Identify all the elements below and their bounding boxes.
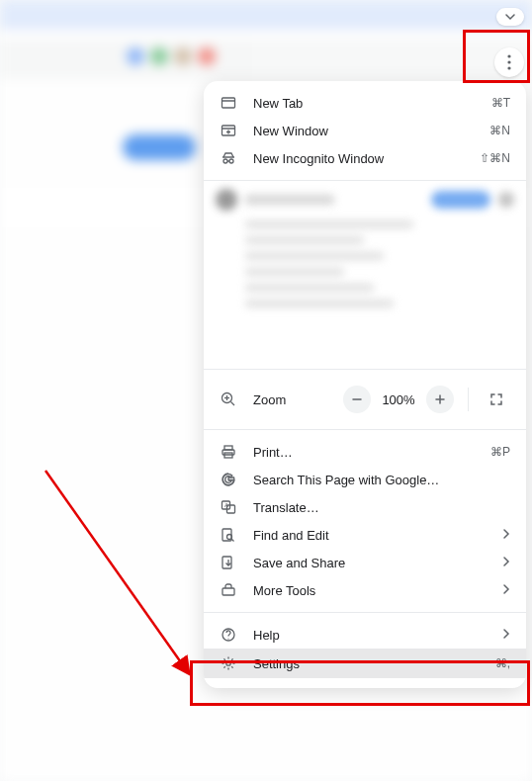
menu-label: More Tools — [253, 583, 502, 598]
menu-item-save-share[interactable]: Save and Share — [204, 549, 526, 576]
zoom-out-button[interactable] — [343, 386, 371, 413]
chrome-main-menu: New Tab ⌘T New Window ⌘N New Incognito W… — [204, 81, 526, 688]
menu-label: New Incognito Window — [253, 151, 480, 166]
chevron-right-icon — [502, 582, 510, 598]
more-tools-icon — [220, 582, 237, 598]
menu-label: New Window — [253, 124, 489, 138]
collapse-pill[interactable] — [496, 8, 524, 26]
zoom-in-button[interactable] — [426, 386, 454, 413]
menu-section-actions: Print… ⌘P Search This Page with Google… … — [204, 430, 526, 612]
help-icon — [220, 627, 237, 643]
svg-point-1 — [507, 60, 510, 63]
menu-section-help: Help Settings ⌘, — [204, 613, 526, 688]
menu-item-help[interactable]: Help — [204, 621, 526, 649]
svg-point-10 — [223, 159, 227, 163]
zoom-controls: 100% — [343, 386, 510, 413]
find-icon — [220, 527, 237, 543]
menu-shortcut: ⌘N — [489, 124, 510, 137]
menu-shortcut: ⌘, — [495, 656, 510, 670]
menu-shortcut: ⇧⌘N — [480, 151, 510, 165]
fullscreen-icon — [489, 392, 503, 406]
menu-item-find-edit[interactable]: Find and Edit — [204, 521, 526, 549]
menu-item-new-tab[interactable]: New Tab ⌘T — [204, 89, 526, 117]
print-icon — [220, 444, 237, 460]
zoom-icon — [220, 391, 237, 407]
incognito-icon — [220, 150, 237, 166]
chevron-right-icon — [502, 627, 510, 643]
chevron-right-icon — [502, 555, 510, 570]
menu-label: Help — [253, 628, 502, 643]
fullscreen-button[interactable] — [483, 386, 510, 413]
menu-item-more-tools[interactable]: More Tools — [204, 576, 526, 604]
menu-section-new: New Tab ⌘T New Window ⌘N New Incognito W… — [204, 81, 526, 180]
minus-icon — [351, 393, 363, 405]
menu-item-search-page[interactable]: Search This Page with Google… — [204, 466, 526, 493]
google-icon — [220, 472, 237, 487]
menu-label: New Tab — [253, 96, 491, 111]
profile-name — [245, 195, 334, 205]
menu-label: Find and Edit — [253, 528, 502, 543]
menu-label: Print… — [253, 445, 490, 460]
menu-label: Translate… — [253, 500, 510, 515]
menu-shortcut: ⌘T — [491, 96, 510, 110]
menu-item-new-incognito[interactable]: New Incognito Window ⇧⌘N — [204, 144, 526, 172]
svg-point-2 — [507, 66, 510, 69]
svg-point-32 — [227, 638, 228, 639]
menu-profile-section — [204, 181, 526, 369]
new-tab-icon — [220, 95, 237, 111]
more-menu-button[interactable] — [494, 47, 524, 77]
menu-label: Save and Share — [253, 556, 502, 570]
menu-zoom-row: Zoom 100% — [204, 370, 526, 429]
svg-point-11 — [229, 159, 233, 163]
profile-settings-icon[interactable] — [498, 192, 514, 208]
avatar — [216, 189, 237, 211]
menu-label: Search This Page with Google… — [253, 473, 510, 487]
zoom-label: Zoom — [253, 392, 343, 407]
svg-rect-30 — [222, 588, 234, 595]
new-window-icon — [220, 123, 237, 138]
svg-text:A: A — [224, 502, 228, 508]
chevron-right-icon — [502, 527, 510, 543]
svg-point-0 — [507, 54, 510, 57]
plus-icon — [434, 393, 446, 405]
menu-label: Settings — [253, 656, 495, 671]
svg-rect-3 — [222, 98, 235, 108]
svg-rect-29 — [222, 557, 231, 568]
svg-point-33 — [226, 661, 230, 665]
menu-item-print[interactable]: Print… ⌘P — [204, 438, 526, 466]
zoom-value: 100% — [381, 392, 416, 407]
kebab-icon — [507, 54, 511, 70]
menu-item-settings[interactable]: Settings ⌘, — [204, 649, 526, 678]
settings-icon — [220, 655, 237, 671]
profile-action-button[interactable] — [431, 191, 490, 209]
save-share-icon — [220, 555, 237, 570]
chevron-down-icon — [505, 12, 515, 22]
svg-line-28 — [231, 539, 234, 542]
menu-item-translate[interactable]: A Translate… — [204, 493, 526, 521]
translate-icon: A — [220, 499, 237, 515]
menu-item-new-window[interactable]: New Window ⌘N — [204, 117, 526, 144]
menu-shortcut: ⌘P — [490, 445, 510, 459]
svg-line-14 — [231, 402, 235, 406]
